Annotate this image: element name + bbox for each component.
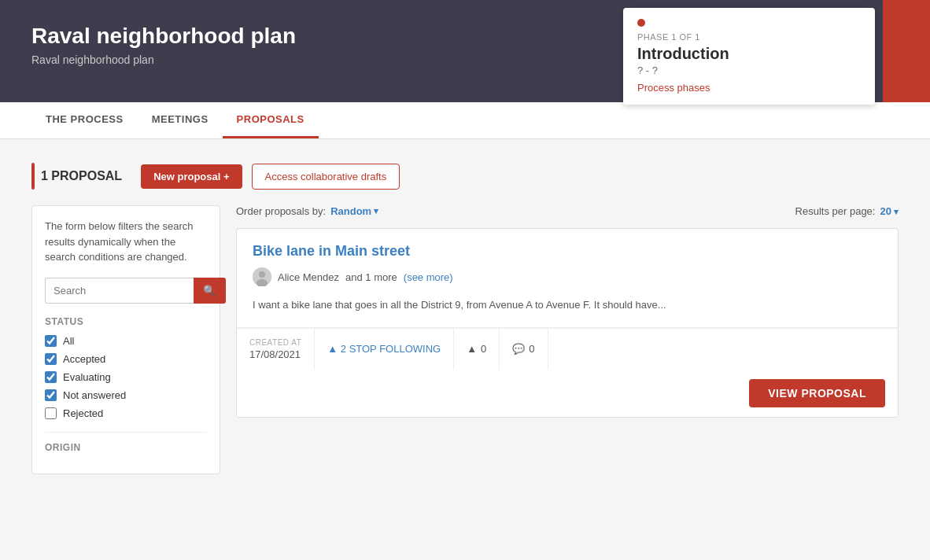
avatar (253, 267, 271, 286)
svg-point-1 (259, 271, 265, 278)
order-row: Order proposals by: Random Results per p… (236, 205, 899, 217)
results-label: Results per page: (795, 205, 876, 217)
checkbox-accepted[interactable] (45, 353, 57, 365)
phase-dot (637, 19, 645, 27)
collab-drafts-button[interactable]: Access collaborative drafts (252, 164, 400, 190)
view-proposal-button[interactable]: VIEW PROPOSAL (749, 379, 885, 407)
proposals-header: 1 PROPOSAL New proposal + Access collabo… (31, 163, 899, 190)
search-row: 🔍 (45, 278, 207, 304)
endorsement-icon: ▲ (467, 343, 477, 355)
tab-meetings[interactable]: MEETINGS (138, 102, 223, 138)
proposal-meta: CREATED AT 17/08/2021 ▲ 2 STOP FOLLOWING… (237, 328, 898, 370)
created-label: CREATED AT (249, 338, 301, 347)
phase-label: PHASE 1 OF 1 (637, 32, 861, 42)
label-evaluating: Evaluating (63, 371, 111, 383)
filter-option-accepted[interactable]: Accepted (45, 353, 207, 365)
label-not-answered: Not answered (63, 389, 126, 401)
checkbox-rejected[interactable] (45, 407, 57, 419)
filter-description: The form below filters the search result… (45, 219, 207, 265)
filter-sidebar: The form below filters the search result… (31, 205, 220, 474)
origin-section: ORIGIN (45, 432, 207, 453)
order-left: Order proposals by: Random (236, 205, 378, 217)
results-select[interactable]: 20 (880, 205, 899, 217)
checkbox-not-answered[interactable] (45, 389, 57, 401)
search-icon: 🔍 (203, 285, 216, 297)
author-name: Alice Mendez (278, 271, 339, 283)
new-proposal-button[interactable]: New proposal + (141, 164, 242, 189)
proposal-card: Bike lane in Main street Alice Mendez an… (236, 228, 899, 418)
created-date: 17/08/2021 (249, 348, 301, 360)
process-phases-link[interactable]: Process phases (637, 82, 710, 94)
origin-section-title: ORIGIN (45, 442, 207, 453)
phase-name: Introduction (637, 45, 861, 63)
filter-option-rejected[interactable]: Rejected (45, 407, 207, 419)
proposal-footer: VIEW PROPOSAL (237, 370, 898, 417)
order-label: Order proposals by: (236, 205, 326, 217)
filter-option-evaluating[interactable]: Evaluating (45, 371, 207, 383)
follow-action[interactable]: ▲ 2 STOP FOLLOWING (315, 329, 454, 370)
filter-option-not-answered[interactable]: Not answered (45, 389, 207, 401)
count-badge (31, 163, 35, 190)
content-row: The form below filters the search result… (31, 205, 899, 474)
main-content: 1 PROPOSAL New proposal + Access collabo… (0, 139, 930, 498)
tab-the-process[interactable]: THE PROCESS (31, 102, 138, 138)
order-select[interactable]: Random (330, 205, 378, 217)
proposal-authors: Alice Mendez and 1 more (see more) (253, 267, 882, 286)
label-rejected: Rejected (63, 407, 103, 419)
search-button[interactable]: 🔍 (194, 278, 226, 304)
comments-count: 💬 0 (500, 329, 548, 370)
label-all: All (63, 335, 74, 347)
proposal-excerpt: I want a bike lane that goes in all the … (253, 297, 882, 313)
meta-created: CREATED AT 17/08/2021 (237, 329, 315, 370)
endorsements-count: ▲ 0 (454, 329, 500, 370)
checkbox-evaluating[interactable] (45, 371, 57, 383)
proposals-list: Order proposals by: Random Results per p… (236, 205, 899, 474)
filter-option-all[interactable]: All (45, 335, 207, 347)
header-accent (883, 0, 930, 102)
proposal-card-inner: Bike lane in Main street Alice Mendez an… (237, 229, 898, 328)
search-input[interactable] (45, 278, 194, 304)
status-section-title: STATUS (45, 316, 207, 327)
nav-tabs: THE PROCESS MEETINGS PROPOSALS (0, 102, 930, 139)
label-accepted: Accepted (63, 353, 105, 365)
phase-card: PHASE 1 OF 1 Introduction ? - ? Process … (623, 8, 875, 105)
proposals-count: 1 PROPOSAL (41, 169, 122, 183)
proposal-title[interactable]: Bike lane in Main street (253, 243, 882, 260)
see-more-link[interactable]: (see more) (404, 271, 453, 283)
comment-icon: 💬 (512, 343, 525, 355)
page-header: Raval neighborhood plan Raval neighborho… (0, 0, 930, 102)
endorsement-value: 0 (481, 343, 486, 355)
author-more: and 1 more (345, 271, 397, 283)
phase-dates: ? - ? (637, 64, 861, 76)
checkbox-all[interactable] (45, 335, 57, 347)
order-right: Results per page: 20 (795, 205, 899, 217)
filter-box: The form below filters the search result… (31, 205, 220, 474)
tab-proposals[interactable]: PROPOSALS (223, 102, 319, 138)
comment-value: 0 (529, 343, 534, 355)
